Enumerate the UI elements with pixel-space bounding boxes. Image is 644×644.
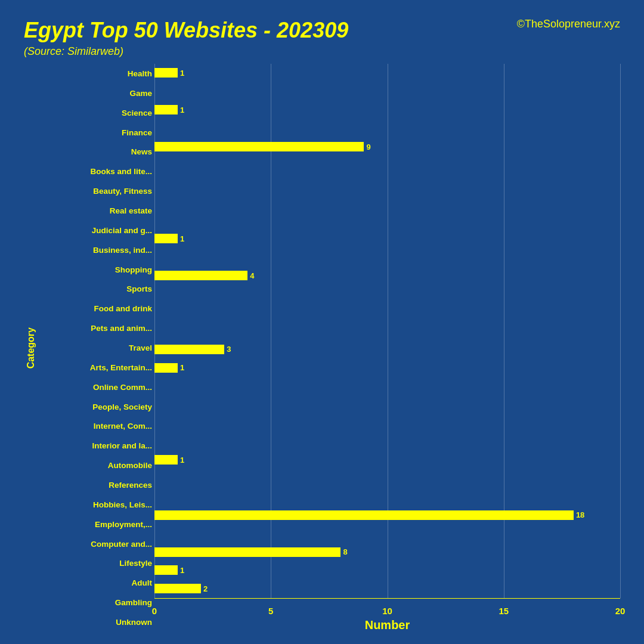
bar-value: 1	[180, 363, 184, 372]
category-label: Food and drink	[38, 302, 152, 315]
bar-row	[154, 380, 620, 393]
bar-row	[154, 472, 620, 485]
bar-row	[154, 85, 620, 98]
category-label: Arts, Entertain...	[38, 361, 152, 374]
bar-row	[154, 306, 620, 319]
category-label: News	[38, 145, 152, 159]
bar-value: 9	[366, 143, 370, 151]
bar	[154, 271, 247, 280]
chart-source: (Source: Similarweb)	[24, 45, 348, 58]
bars-section: 1191431118812 05101520 Number	[154, 64, 620, 632]
chart-title: Egypt Top 50 Websites - 202309	[24, 18, 348, 43]
x-tick: 20	[615, 606, 626, 616]
category-label: Business, ind...	[38, 243, 152, 256]
bar-value: 4	[250, 271, 254, 280]
grid-line	[620, 64, 621, 598]
bar-value: 3	[227, 345, 231, 354]
x-tick: 5	[268, 606, 273, 616]
bar-row	[154, 122, 620, 135]
category-label: Lifestyle	[38, 557, 152, 570]
y-axis-label-container: Category	[24, 64, 38, 632]
category-label: Pets and anim...	[38, 322, 152, 335]
category-label: Automobile	[38, 459, 152, 472]
category-label: Computer and...	[38, 537, 152, 550]
bar-row: 1	[154, 103, 620, 116]
x-axis-label: Number	[154, 616, 620, 632]
bar-value: 1	[180, 106, 184, 114]
category-label: Internet, Com...	[38, 420, 152, 433]
bar-value: 1	[180, 566, 184, 575]
bar-row	[154, 159, 620, 172]
bar-row	[154, 527, 620, 540]
bar-value: 8	[343, 547, 347, 556]
bar	[154, 584, 201, 593]
bar	[154, 234, 178, 243]
bar-value: 1	[180, 69, 184, 78]
bar-value: 1	[180, 234, 184, 243]
bar-row: 1	[154, 564, 620, 577]
bar	[154, 142, 364, 151]
bar	[154, 565, 178, 575]
bar-row	[154, 214, 620, 227]
category-label: Real estate	[38, 204, 152, 217]
bar-row	[154, 416, 620, 429]
category-label: People, Society	[38, 400, 152, 413]
bar	[154, 363, 178, 373]
category-label: Shopping	[38, 263, 152, 276]
category-label: Interior and la...	[38, 439, 152, 453]
category-label: Employment,...	[38, 518, 152, 531]
category-label: Travel	[38, 341, 152, 354]
bar-row	[154, 177, 620, 190]
bar-row: 1	[154, 232, 620, 245]
category-label: Adult	[38, 577, 152, 590]
bar-row: 9	[154, 140, 620, 153]
bar	[154, 455, 178, 465]
bar-row: 4	[154, 269, 620, 282]
y-axis-label: Category	[26, 327, 36, 369]
category-label: Health	[38, 67, 152, 80]
x-axis-ticks: 05101520	[154, 598, 620, 616]
copyright: ©TheSolopreneur.xyz	[517, 18, 620, 30]
bar-row	[154, 287, 620, 301]
x-tick: 15	[499, 606, 509, 616]
category-label: Sports	[38, 283, 152, 296]
category-label: Online Comm...	[38, 380, 152, 394]
bar-row: 1	[154, 453, 620, 466]
category-label: Finance	[38, 126, 152, 139]
x-tick: 10	[382, 606, 392, 616]
bar-row	[154, 196, 620, 209]
chart-area: Category HealthGameScienceFinanceNewsBoo…	[24, 64, 620, 632]
category-labels: HealthGameScienceFinanceNewsBooks and li…	[38, 64, 154, 632]
bar	[154, 547, 340, 557]
bar-value: 18	[576, 510, 584, 519]
category-label: Gambling	[38, 596, 152, 609]
bar-row	[154, 398, 620, 411]
category-label: Judicial and g...	[38, 224, 152, 237]
header: Egypt Top 50 Websites - 202309 (Source: …	[24, 18, 620, 58]
bar-row: 1	[154, 361, 620, 374]
category-label: Books and lite...	[38, 165, 152, 178]
category-label: Unknown	[38, 615, 152, 628]
bar-row: 1	[154, 66, 620, 79]
bar	[154, 105, 178, 114]
bar	[154, 68, 178, 78]
bar-row: 3	[154, 343, 620, 356]
bars-container: 1191431118812	[154, 64, 620, 598]
bar-value: 2	[203, 584, 208, 593]
bar-row	[154, 435, 620, 448]
bar-row: 2	[154, 582, 620, 595]
x-tick: 0	[152, 606, 157, 616]
category-label: Science	[38, 106, 152, 119]
bar-row	[154, 490, 620, 503]
category-label: Hobbies, Leis...	[38, 498, 152, 511]
bar	[154, 510, 574, 520]
category-label: Beauty, Fitness	[38, 185, 152, 198]
category-label: Game	[38, 86, 152, 100]
bar-row	[154, 324, 620, 338]
bar-row: 8	[154, 546, 620, 559]
bar-row	[154, 250, 620, 264]
main-container: Egypt Top 50 Websites - 202309 (Source: …	[0, 0, 644, 644]
category-label: References	[38, 478, 152, 491]
bar-row: 18	[154, 509, 620, 522]
bar	[154, 345, 224, 354]
